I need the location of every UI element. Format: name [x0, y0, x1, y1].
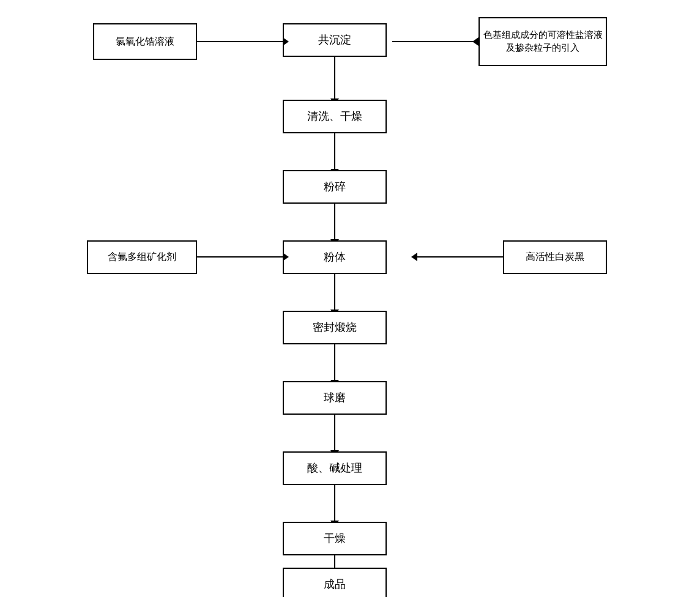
box-powder: 粉体: [283, 240, 387, 274]
arrow-carbon-head: [411, 253, 417, 261]
box-crush: 粉碎: [283, 170, 387, 204]
arrow-fluorine-to-powder: [197, 256, 283, 258]
box-sealed-calcination: 密封煅烧: [283, 311, 387, 344]
arrow-color-to-coprecip: [392, 41, 478, 42]
arrow-wash-to-crush: [334, 133, 335, 170]
arrow-coprecip-down: [334, 57, 335, 100]
arrow-ballmill-to-acidalkali: [334, 415, 335, 451]
arrow-carbon-to-powder: [417, 256, 503, 258]
box-acid-alkali: 酸、碱处理: [283, 451, 387, 485]
arrow-zirconia-to-coprecip: [197, 41, 283, 42]
box-wash-dry: 清洗、干燥: [283, 100, 387, 133]
box-fluorine-mineralizer: 含氟多组矿化剂: [87, 240, 197, 274]
arrow-crush-to-powder: [334, 204, 335, 240]
box-finished-product: 成品: [283, 568, 387, 597]
flowchart: 氯氧化锆溶液 色基组成成分的可溶性盐溶液 及掺杂粒子的引入 共沉淀 清洗、干燥 …: [75, 11, 625, 586]
box-zirconia-solution: 氯氧化锆溶液: [93, 23, 197, 60]
box-color-solution: 色基组成成分的可溶性盐溶液 及掺杂粒子的引入: [478, 17, 607, 66]
arrow-calcination-to-ballmill: [334, 344, 335, 381]
arrow-color-head: [472, 37, 478, 46]
box-dry: 干燥: [283, 522, 387, 555]
box-coprecipitation: 共沉淀: [283, 23, 387, 57]
box-high-activity-carbon: 高活性白炭黑: [503, 240, 607, 274]
arrow-acidalkali-to-dry: [334, 485, 335, 522]
box-ball-mill: 球磨: [283, 381, 387, 415]
arrow-powder-to-calcination: [334, 274, 335, 311]
